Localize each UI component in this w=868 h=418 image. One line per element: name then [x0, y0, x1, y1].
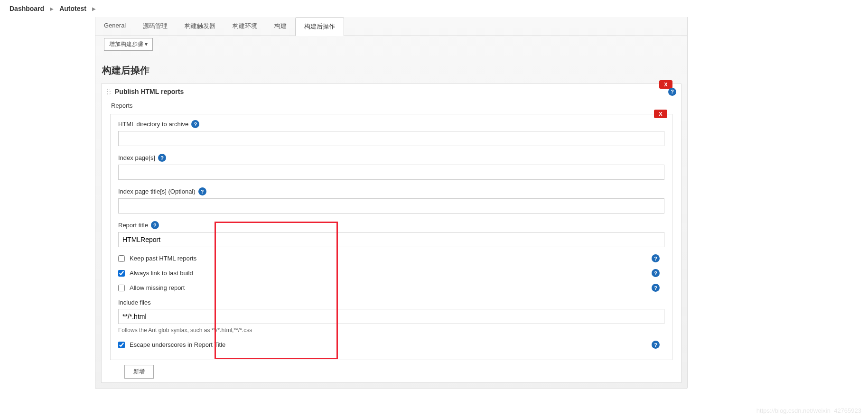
- config-panel: General 源码管理 构建触发器 构建环境 构建 构建后操作 增加构建步骤 …: [95, 17, 688, 389]
- add-report-button[interactable]: 新增: [124, 365, 154, 379]
- always-link-label[interactable]: Always link to last build: [130, 269, 193, 277]
- breadcrumb: Dashboard ▶ Autotest ▶: [0, 0, 868, 17]
- allow-missing-label[interactable]: Allow missing report: [130, 284, 185, 291]
- help-icon[interactable]: ?: [158, 154, 166, 162]
- index-pages-label: Index page[s]: [118, 154, 155, 161]
- help-icon[interactable]: ?: [191, 120, 199, 128]
- reports-label: Reports: [111, 102, 672, 109]
- tab-scm[interactable]: 源码管理: [134, 17, 176, 36]
- report-entry: X HTML directory to archive? Index page[…: [110, 114, 672, 360]
- include-files-desc: Follows the Ant glob syntax, such as **/…: [118, 327, 664, 334]
- help-icon[interactable]: ?: [652, 284, 660, 292]
- tab-bar: General 源码管理 构建触发器 构建环境 构建 构建后操作: [95, 17, 687, 36]
- tab-triggers[interactable]: 构建触发器: [176, 17, 224, 36]
- help-icon[interactable]: ?: [652, 269, 660, 277]
- include-files-label: Include files: [118, 299, 151, 306]
- include-files-input[interactable]: [118, 309, 664, 324]
- delete-report-button[interactable]: X: [654, 110, 667, 118]
- help-icon[interactable]: ?: [652, 254, 660, 262]
- panel-header[interactable]: Publish HTML reports ?: [102, 84, 681, 99]
- allow-missing-checkbox[interactable]: [118, 285, 125, 291]
- tab-general[interactable]: General: [95, 17, 134, 36]
- report-title-input[interactable]: [118, 232, 664, 247]
- content-area: 增加构建步骤 ▾ 构建后操作 X Publish HTML reports ? …: [95, 36, 687, 389]
- escape-underscore-label[interactable]: Escape underscores in Report Title: [130, 341, 225, 348]
- add-build-step-button[interactable]: 增加构建步骤 ▾: [104, 38, 153, 51]
- publish-html-panel: X Publish HTML reports ? Reports X HTML …: [101, 84, 681, 383]
- keep-past-checkbox[interactable]: [118, 255, 125, 262]
- tab-postbuild[interactable]: 构建后操作: [295, 17, 344, 36]
- escape-underscore-checkbox[interactable]: [118, 342, 125, 348]
- section-title: 构建后操作: [102, 64, 681, 77]
- chevron-down-icon: ▾: [145, 41, 148, 47]
- report-title-label: Report title: [118, 222, 148, 229]
- breadcrumb-dashboard[interactable]: Dashboard: [9, 5, 44, 12]
- chevron-right-icon: ▶: [50, 6, 54, 11]
- drag-handle-icon[interactable]: [106, 88, 111, 95]
- keep-past-label[interactable]: Keep past HTML reports: [130, 255, 196, 262]
- always-link-checkbox[interactable]: [118, 270, 125, 277]
- breadcrumb-autotest[interactable]: Autotest: [59, 5, 86, 12]
- panel-title: Publish HTML reports: [115, 88, 184, 95]
- index-pages-input[interactable]: [118, 165, 664, 180]
- html-dir-input[interactable]: [118, 131, 664, 146]
- help-icon[interactable]: ?: [198, 187, 206, 195]
- help-icon[interactable]: ?: [151, 221, 159, 229]
- index-titles-label: Index page title[s] (Optional): [118, 188, 196, 195]
- help-icon[interactable]: ?: [668, 88, 676, 96]
- tab-build[interactable]: 构建: [266, 17, 295, 36]
- help-icon[interactable]: ?: [652, 341, 660, 349]
- tab-env[interactable]: 构建环境: [224, 17, 266, 36]
- html-dir-label: HTML directory to archive: [118, 121, 188, 128]
- chevron-right-icon: ▶: [92, 6, 96, 11]
- index-titles-input[interactable]: [118, 198, 664, 214]
